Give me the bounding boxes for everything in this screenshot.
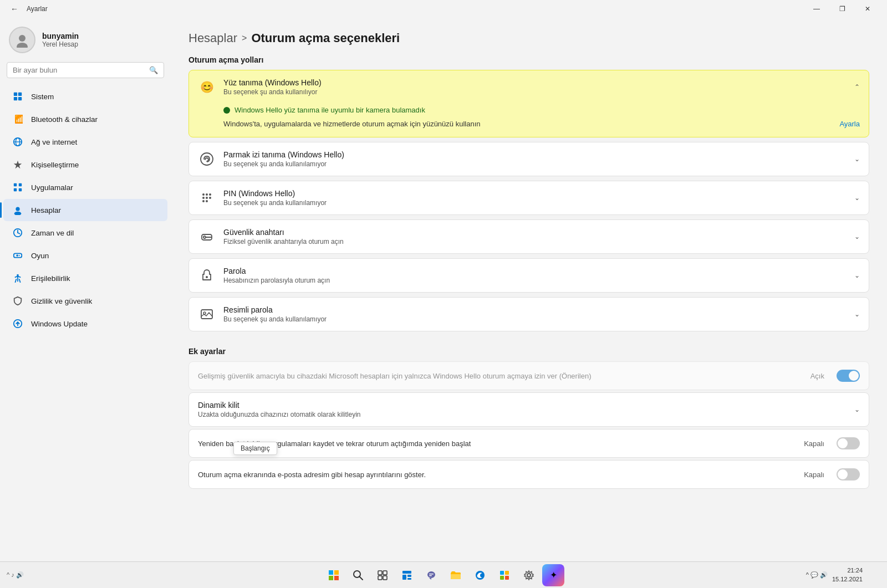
signin-card-security-key-header[interactable]: Güvenlik anahtarı Fiziksel güvenlik anah…: [189, 220, 869, 253]
main-container: bunyamin Yerel Hesap 🔍 Sistem 📶 Bluetoot: [0, 18, 887, 561]
password-title: Parola: [223, 267, 847, 275]
chat-button[interactable]: [420, 564, 442, 586]
face-info: Yüz tanıma (Windows Hello) Bu seçenek şu…: [223, 78, 847, 96]
explorer-button[interactable]: [445, 564, 467, 586]
svg-line-46: [359, 576, 363, 580]
extra-app-button[interactable]: ✦: [542, 564, 564, 586]
notification-area: ^ ♪ 🔊: [7, 571, 24, 579]
face-setup-button[interactable]: Ayarla: [839, 120, 860, 128]
svg-line-18: [18, 233, 20, 234]
svg-rect-50: [383, 576, 387, 580]
signin-card-password-header[interactable]: Parola Hesabınızın parolasıyla oturum aç…: [189, 259, 869, 292]
search-input[interactable]: [13, 66, 145, 74]
svg-rect-58: [451, 574, 461, 579]
password-icon: [198, 267, 216, 284]
svg-rect-11: [19, 183, 22, 186]
password-subtitle: Hesabınızın parolasıyla oturum açın: [223, 277, 847, 284]
minimize-button[interactable]: —: [804, 0, 829, 18]
settings-taskbar-button[interactable]: [518, 564, 540, 586]
signin-card-picture-password-header[interactable]: Resimli parola Bu seçenek şu anda kullan…: [189, 298, 869, 331]
sidebar-item-update[interactable]: Windows Update: [3, 313, 167, 335]
window-title: Ayarlar: [27, 5, 804, 13]
sidebar-item-kisisel[interactable]: Kişiselleştirme: [3, 154, 167, 176]
extra-card-restart-apps: Yeniden başlatılabilen uygulamaları kayd…: [188, 429, 869, 458]
svg-rect-49: [378, 576, 382, 580]
back-button[interactable]: ←: [7, 1, 22, 17]
edge-button[interactable]: [469, 564, 491, 586]
svg-rect-10: [14, 183, 17, 186]
svg-rect-41: [329, 570, 333, 575]
content-area: Hesaplar > Oturum açma seçenekleri Oturu…: [171, 18, 887, 561]
close-button[interactable]: ✕: [855, 0, 880, 18]
clock[interactable]: 21:24 15.12.2021: [832, 566, 863, 584]
breadcrumb-current: Oturum açma seçenekleri: [251, 31, 400, 45]
sidebar-item-uygulamalar[interactable]: Uygulamalar: [3, 176, 167, 198]
search-box[interactable]: 🔍: [7, 62, 164, 78]
sidebar-label-update: Windows Update: [31, 320, 88, 328]
search-taskbar-button[interactable]: [347, 564, 369, 586]
sidebar-item-erisim[interactable]: Erişilebilirlik: [3, 267, 167, 289]
signin-card-security-key: Güvenlik anahtarı Fiziksel güvenlik anah…: [188, 219, 869, 254]
taskbar-center: ✦: [323, 564, 564, 586]
start-button[interactable]: [323, 564, 345, 586]
signin-card-pin-header[interactable]: PIN (Windows Hello) Bu seçenek şu anda k…: [189, 181, 869, 214]
sidebar-label-uygulamalar: Uygulamalar: [31, 183, 73, 192]
dynamic-lock-chevron-icon: ⌄: [854, 406, 860, 413]
svg-point-64: [527, 574, 531, 577]
apps-icon: [12, 182, 23, 193]
breadcrumb: Hesaplar > Oturum açma seçenekleri: [188, 31, 869, 45]
taskbar: ^ ♪ 🔊: [0, 561, 887, 588]
sidebar-item-ag[interactable]: Ağ ve internet: [3, 131, 167, 153]
face-subtitle: Bu seçenek şu anda kullanılıyor: [223, 88, 847, 96]
signin-card-picture-password: Resimli parola Bu seçenek şu anda kullan…: [188, 297, 869, 331]
maximize-button[interactable]: ❐: [829, 0, 855, 18]
sidebar-item-gizlilik[interactable]: Gizlilik ve güvenlik: [3, 290, 167, 312]
window-controls: — ❐ ✕: [804, 0, 880, 18]
sidebar-item-zaman[interactable]: Zaman ve dil: [3, 222, 167, 244]
user-name: bunyamin: [42, 32, 79, 40]
sidebar-label-zaman: Zaman ve dil: [31, 229, 74, 237]
security-key-icon: [198, 228, 216, 246]
extra-card-hello-only: Gelişmiş güvenlik amacıyla bu cihazdaki …: [188, 361, 869, 390]
signin-card-fingerprint-header[interactable]: Parmak izi tanıma (Windows Hello) Bu seç…: [189, 142, 869, 176]
password-info: Parola Hesabınızın parolasıyla oturum aç…: [223, 267, 847, 284]
restart-apps-text: Yeniden başlatılabilen uygulamaları kayd…: [198, 439, 797, 448]
store-button[interactable]: [493, 564, 516, 586]
fingerprint-chevron-icon: ⌄: [854, 155, 860, 163]
svg-rect-56: [429, 574, 434, 575]
search-icon: 🔍: [149, 66, 158, 74]
widgets-button[interactable]: [396, 564, 418, 586]
notification-button[interactable]: [867, 564, 880, 586]
dynamic-lock-header[interactable]: Dinamik kilit Uzakta olduğunuzda cihazın…: [198, 401, 860, 418]
face-icon: 😊: [198, 78, 216, 96]
signin-card-face-header[interactable]: 😊 Yüz tanıma (Windows Hello) Bu seçenek …: [189, 70, 869, 104]
sidebar-nav: Sistem 📶 Bluetooth & cihazlar Ağ ve inte…: [0, 85, 171, 561]
show-email-label: Kapalı: [804, 471, 824, 479]
sidebar: bunyamin Yerel Hesap 🔍 Sistem 📶 Bluetoot: [0, 18, 171, 561]
show-email-toggle[interactable]: [837, 468, 860, 480]
password-chevron-icon: ⌄: [854, 272, 860, 279]
svg-rect-3: [18, 93, 22, 96]
sidebar-label-ag: Ağ ve internet: [31, 138, 77, 146]
svg-rect-48: [383, 571, 387, 575]
svg-point-29: [209, 193, 211, 196]
face-warning: Windows Hello yüz tanıma ile uyumlu bir …: [223, 106, 860, 114]
hello-only-toggle[interactable]: [837, 370, 860, 382]
sidebar-item-sistem[interactable]: Sistem: [3, 85, 167, 108]
taskview-button[interactable]: [371, 564, 394, 586]
sidebar-label-sistem: Sistem: [31, 93, 54, 101]
face-body: Windows Hello yüz tanıma ile uyumlu bir …: [189, 104, 869, 137]
svg-point-32: [209, 197, 211, 199]
sidebar-item-bluetooth[interactable]: 📶 Bluetooth & cihazlar: [3, 108, 167, 130]
sidebar-label-kisisel: Kişiselleştirme: [31, 161, 79, 169]
restart-apps-toggle[interactable]: [837, 437, 860, 449]
svg-point-14: [16, 207, 19, 211]
sidebar-label-bluetooth: Bluetooth & cihazlar: [31, 115, 98, 124]
avatar: [9, 27, 35, 53]
sidebar-item-oyun[interactable]: Oyun: [3, 244, 167, 267]
pin-chevron-icon: ⌄: [854, 194, 860, 202]
sidebar-item-hesaplar[interactable]: Hesaplar: [3, 199, 167, 221]
svg-rect-54: [407, 578, 411, 580]
baslangiç-tooltip: Başlangıç: [233, 442, 277, 455]
extra-card-dynamic-lock: Dinamik kilit Uzakta olduğunuzda cihazın…: [188, 392, 869, 427]
